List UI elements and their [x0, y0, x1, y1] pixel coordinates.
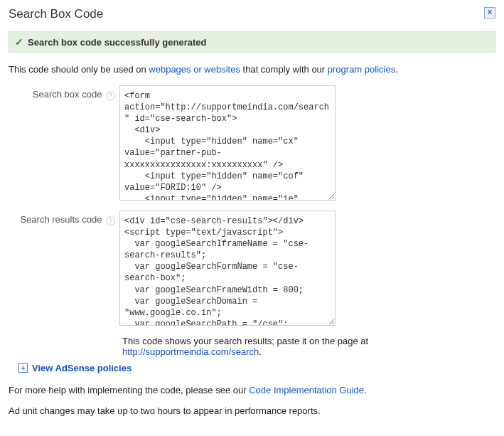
view-adsense-policies-link[interactable]: View AdSense policies — [32, 363, 132, 373]
check-icon: ✓ — [15, 36, 23, 48]
title-bar: Search Box Code × — [9, 7, 495, 21]
instruction-text: . — [259, 346, 262, 357]
search-box-code-row: Search box code ? — [9, 85, 495, 201]
search-results-code-row: Search results code ? — [9, 211, 495, 326]
help-icon[interactable]: ? — [106, 216, 115, 225]
desc-text: that comply with our — [240, 64, 328, 75]
code-implementation-guide-link[interactable]: Code Implementation Guide — [249, 385, 364, 395]
help-icon[interactable]: ? — [106, 91, 115, 100]
usage-description: This code should only be used on webpage… — [9, 63, 495, 77]
help-text: . — [364, 385, 367, 395]
success-text: Search box code successfully generated — [28, 37, 206, 48]
webpages-link[interactable]: webpages or websites — [149, 64, 240, 75]
results-page-link[interactable]: http://supportmeindia.com/search — [122, 346, 259, 357]
search-box-code-label: Search box code ? — [9, 85, 119, 101]
desc-text: This code should only be used on — [9, 64, 149, 75]
label-text: Search box code — [33, 89, 102, 100]
expand-plus-icon[interactable]: + — [18, 363, 28, 373]
dialog-title: Search Box Code — [9, 7, 103, 21]
program-policies-link[interactable]: program policies — [328, 64, 395, 75]
success-banner: ✓ Search box code successfully generated — [9, 31, 495, 53]
help-paragraph: For more help with implementing the code… — [9, 383, 495, 398]
label-text: Search results code — [20, 214, 102, 225]
view-adsense-policies-row[interactable]: + View AdSense policies — [18, 363, 495, 373]
close-icon[interactable]: × — [484, 7, 495, 18]
help-text: For more help with implementing the code… — [9, 385, 249, 395]
search-box-code-textarea[interactable] — [119, 85, 336, 201]
ad-unit-note: Ad unit changes may take up to two hours… — [9, 404, 495, 418]
search-box-code-dialog: Search Box Code × ✓ Search box code succ… — [0, 0, 504, 436]
results-paste-instruction: This code shows your search results; pas… — [122, 336, 495, 357]
desc-text: . — [395, 64, 398, 75]
search-results-code-textarea[interactable] — [119, 211, 336, 326]
search-results-code-label: Search results code ? — [9, 211, 119, 226]
instruction-text: This code shows your search results; pas… — [122, 336, 368, 346]
